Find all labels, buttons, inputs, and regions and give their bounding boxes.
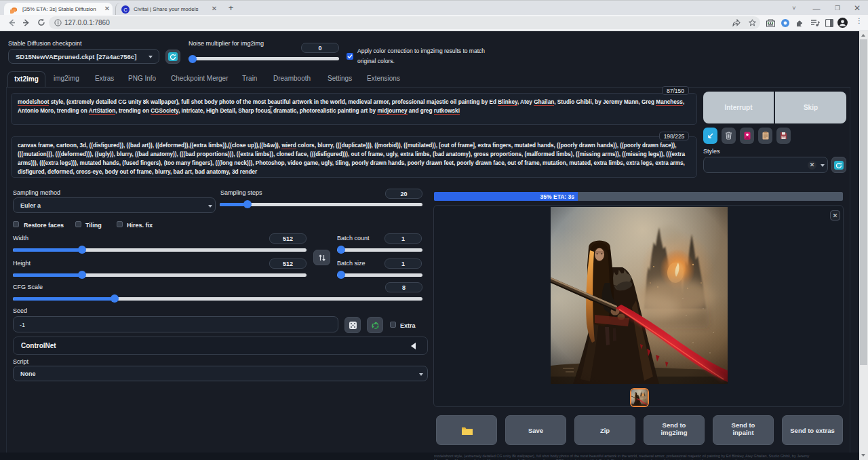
svg-text:C: C xyxy=(123,7,127,13)
